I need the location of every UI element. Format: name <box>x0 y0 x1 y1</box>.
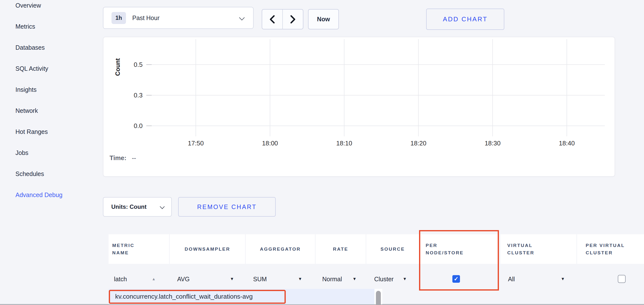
column-header-text: CLUSTER <box>586 249 644 257</box>
metric-name-value: latch <box>114 276 127 283</box>
rate-value: Normal <box>322 276 342 283</box>
column-header-text: VIRTUAL <box>507 242 576 249</box>
autocomplete-suggestion[interactable]: kv.concurrency.latch_conflict_wait_durat… <box>115 289 253 304</box>
empty-line-chart: 17:5018:0018:1018:2018:3018:400.00.30.5C… <box>104 37 616 177</box>
y-axis-tick-label: 0.3 <box>134 91 142 99</box>
sidebar-item-schedules[interactable]: Schedules <box>16 168 62 179</box>
chevron-down-icon <box>160 204 165 209</box>
column-header-rate: RATE <box>316 234 366 264</box>
column-header-aggregator: AGGREGATOR <box>246 234 315 264</box>
y-axis-title: Count <box>114 58 121 76</box>
add-chart-button[interactable]: ADD CHART <box>426 8 504 30</box>
metric-name-input[interactable]: latch ▲ <box>114 272 156 286</box>
column-header-text: AGGREGATOR <box>260 246 301 253</box>
sidebar-item-network[interactable]: Network <box>16 105 62 116</box>
caret-down-icon: ▼ <box>298 277 302 282</box>
sidebar-item-metrics[interactable]: Metrics <box>16 21 62 32</box>
source-select[interactable]: Cluster ▼ <box>374 272 407 286</box>
metrics-table-header: METRICNAMEDOWNSAMPLERAGGREGATORRATESOURC… <box>108 234 644 264</box>
x-axis-tick-label: 18:30 <box>485 140 501 147</box>
x-axis-tick-label: 18:00 <box>262 140 278 147</box>
sidebar: OverviewMetricsDatabasesSQL ActivityInsi… <box>0 0 103 305</box>
sidebar-item-overview[interactable]: Overview <box>16 0 62 11</box>
virtual-cluster-select[interactable]: All ▼ <box>508 272 565 286</box>
x-axis-tick-label: 18:20 <box>410 140 426 147</box>
chart-card: 17:5018:0018:1018:2018:3018:400.00.30.5C… <box>103 37 615 177</box>
column-header-virtual-cluster: VIRTUALCLUSTER <box>500 234 576 264</box>
column-header-text: METRIC <box>112 242 169 249</box>
scrollbar-thumb[interactable] <box>376 291 381 305</box>
checkmark-icon: ✓ <box>454 276 458 282</box>
virtual-cluster-value: All <box>508 276 515 283</box>
sidebar-item-databases[interactable]: Databases <box>16 42 62 53</box>
sidebar-nav-list: OverviewMetricsDatabasesSQL ActivityInsi… <box>16 0 62 211</box>
column-header-source: SOURCE <box>366 234 419 264</box>
units-dropdown-label: Units: Count <box>111 203 146 210</box>
column-header-text: PER VIRTUAL <box>586 242 644 249</box>
chart-plot-area[interactable]: 17:5018:0018:1018:2018:3018:400.00.30.5C… <box>104 37 616 177</box>
column-header-metric-name: METRICNAME <box>108 234 169 264</box>
aggregator-value: SUM <box>253 276 267 283</box>
chevron-down-icon <box>239 15 245 20</box>
time-step-buttons <box>262 9 304 29</box>
caret-down-icon: ▼ <box>402 277 407 282</box>
source-value: Cluster <box>374 276 394 283</box>
x-axis-tick-label: 17:50 <box>188 140 204 147</box>
sidebar-item-jobs[interactable]: Jobs <box>16 147 62 158</box>
x-axis-tick-label: 18:40 <box>559 140 575 147</box>
next-time-button[interactable] <box>283 9 303 29</box>
chevron-right-icon <box>290 15 296 24</box>
caret-down-icon: ▼ <box>230 277 234 282</box>
column-header-text: PER <box>426 242 499 249</box>
prev-time-button[interactable] <box>262 9 283 29</box>
y-axis-tick-label: 0.5 <box>134 61 142 68</box>
aggregator-select[interactable]: SUM ▼ <box>253 272 302 286</box>
time-range-label: Past Hour <box>132 14 160 21</box>
y-axis-tick-label: 0.0 <box>134 122 142 129</box>
chevron-left-icon <box>269 15 276 24</box>
per-node-store-checkbox[interactable]: ✓ <box>452 275 460 283</box>
column-header-text: DOWNSAMPLER <box>184 246 230 253</box>
downsampler-value: AVG <box>177 276 190 283</box>
time-readout-value: -- <box>132 154 136 162</box>
hover-time-readout: Time:-- <box>110 154 136 162</box>
column-header-text: CLUSTER <box>507 249 576 257</box>
now-button[interactable]: Now <box>308 9 339 29</box>
column-header-text: RATE <box>333 246 348 253</box>
sidebar-item-hot-ranges[interactable]: Hot Ranges <box>16 126 62 137</box>
downsampler-select[interactable]: AVG ▼ <box>177 272 234 286</box>
column-header-text: NODE/STORE <box>426 249 499 257</box>
x-axis-tick-label: 18:10 <box>336 140 352 147</box>
rate-select[interactable]: Normal ▼ <box>322 272 356 286</box>
column-header-downsampler: DOWNSAMPLER <box>170 234 245 264</box>
caret-down-icon: ▼ <box>561 277 565 282</box>
units-dropdown[interactable]: Units: Count <box>103 197 172 217</box>
caret-up-icon: ▲ <box>152 277 156 281</box>
remove-chart-button[interactable]: REMOVE CHART <box>178 197 276 217</box>
scrollbar-track <box>374 289 382 304</box>
column-header-text: NAME <box>112 249 169 257</box>
time-range-badge: 1h <box>112 12 126 24</box>
column-header-per-virtual-cluster: PER VIRTUALCLUSTER <box>577 234 644 264</box>
column-header-text: SOURCE <box>380 246 405 253</box>
metric-autocomplete-dropdown: kv.concurrency.latch_conflict_wait_durat… <box>108 289 382 304</box>
per-virtual-cluster-checkbox[interactable] <box>618 275 626 283</box>
caret-down-icon: ▼ <box>352 277 356 282</box>
column-header-per-node-store: PERNODE/STORE <box>420 234 499 264</box>
time-range-dropdown[interactable]: 1h Past Hour <box>103 7 254 29</box>
sidebar-item-insights[interactable]: Insights <box>16 84 62 95</box>
time-readout-label: Time: <box>110 154 126 162</box>
sidebar-item-sql-activity[interactable]: SQL Activity <box>16 63 62 74</box>
sidebar-item-advanced-debug[interactable]: Advanced Debug <box>16 189 62 200</box>
